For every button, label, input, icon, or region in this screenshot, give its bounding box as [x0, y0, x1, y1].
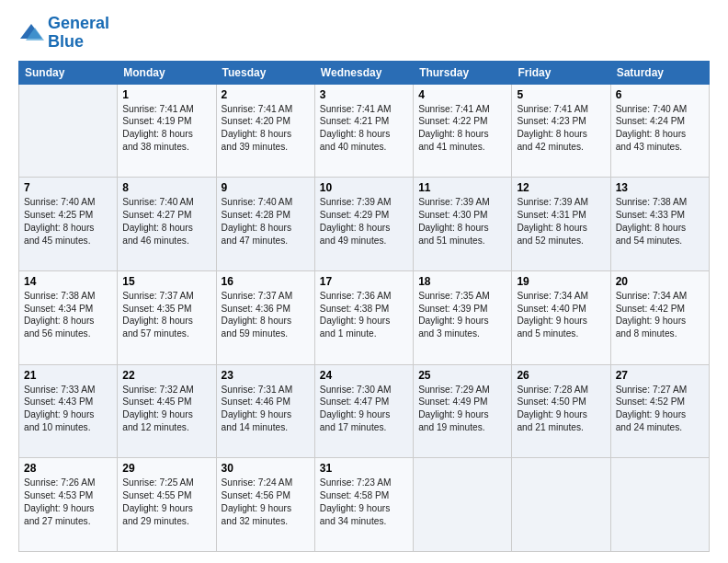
day-number: 7 — [24, 181, 112, 194]
day-info: Sunrise: 7:39 AMSunset: 4:29 PMDaylight:… — [320, 196, 408, 247]
day-info: Sunrise: 7:36 AMSunset: 4:38 PMDaylight:… — [320, 290, 408, 340]
calendar-cell: 14Sunrise: 7:38 AMSunset: 4:34 PMDayligh… — [19, 270, 118, 364]
day-info: Sunrise: 7:33 AMSunset: 4:43 PMDaylight:… — [24, 384, 112, 434]
calendar-cell: 25Sunrise: 7:29 AMSunset: 4:49 PMDayligh… — [414, 364, 512, 458]
calendar-cell: 29Sunrise: 7:25 AMSunset: 4:55 PMDayligh… — [118, 458, 216, 552]
day-number: 10 — [320, 181, 408, 194]
day-info: Sunrise: 7:41 AMSunset: 4:22 PMDaylight:… — [418, 103, 506, 154]
calendar-cell: 19Sunrise: 7:34 AMSunset: 4:40 PMDayligh… — [512, 270, 610, 364]
day-info: Sunrise: 7:30 AMSunset: 4:47 PMDaylight:… — [320, 384, 408, 434]
day-info: Sunrise: 7:39 AMSunset: 4:30 PMDaylight:… — [418, 196, 506, 247]
logo-icon — [18, 20, 44, 46]
weekday-header-friday: Friday — [512, 61, 610, 84]
day-number: 13 — [616, 181, 704, 194]
calendar-cell: 18Sunrise: 7:35 AMSunset: 4:39 PMDayligh… — [414, 270, 512, 364]
day-info: Sunrise: 7:40 AMSunset: 4:27 PMDaylight:… — [122, 196, 210, 247]
calendar-cell: 10Sunrise: 7:39 AMSunset: 4:29 PMDayligh… — [314, 178, 413, 271]
calendar-cell: 13Sunrise: 7:38 AMSunset: 4:33 PMDayligh… — [610, 178, 709, 271]
calendar-cell: 31Sunrise: 7:23 AMSunset: 4:58 PMDayligh… — [314, 458, 413, 552]
day-info: Sunrise: 7:27 AMSunset: 4:52 PMDaylight:… — [616, 384, 704, 434]
day-number: 12 — [517, 181, 605, 194]
calendar-cell: 12Sunrise: 7:39 AMSunset: 4:31 PMDayligh… — [512, 178, 610, 271]
day-info: Sunrise: 7:24 AMSunset: 4:56 PMDaylight:… — [222, 477, 310, 527]
day-number: 1 — [122, 88, 210, 101]
day-number: 18 — [418, 275, 506, 288]
day-info: Sunrise: 7:37 AMSunset: 4:35 PMDaylight:… — [122, 290, 210, 340]
day-info: Sunrise: 7:37 AMSunset: 4:36 PMDaylight:… — [222, 290, 310, 340]
day-number: 25 — [418, 369, 506, 382]
calendar-cell: 5Sunrise: 7:41 AMSunset: 4:23 PMDaylight… — [512, 84, 610, 178]
day-info: Sunrise: 7:29 AMSunset: 4:49 PMDaylight:… — [418, 384, 506, 434]
day-info: Sunrise: 7:31 AMSunset: 4:46 PMDaylight:… — [222, 384, 310, 434]
week-row-3: 14Sunrise: 7:38 AMSunset: 4:34 PMDayligh… — [19, 270, 710, 364]
day-number: 11 — [418, 181, 506, 194]
calendar-cell: 11Sunrise: 7:39 AMSunset: 4:30 PMDayligh… — [414, 178, 512, 271]
header: General Blue — [18, 15, 710, 52]
day-info: Sunrise: 7:41 AMSunset: 4:21 PMDaylight:… — [320, 103, 408, 154]
day-number: 3 — [320, 88, 408, 101]
day-info: Sunrise: 7:39 AMSunset: 4:31 PMDaylight:… — [517, 196, 605, 247]
week-row-4: 21Sunrise: 7:33 AMSunset: 4:43 PMDayligh… — [19, 364, 710, 458]
calendar-cell: 26Sunrise: 7:28 AMSunset: 4:50 PMDayligh… — [512, 364, 610, 458]
calendar-cell: 15Sunrise: 7:37 AMSunset: 4:35 PMDayligh… — [118, 270, 216, 364]
calendar-cell: 27Sunrise: 7:27 AMSunset: 4:52 PMDayligh… — [610, 364, 709, 458]
page: General Blue SundayMondayTuesdayWednesda… — [0, 0, 728, 563]
day-number: 28 — [24, 462, 112, 475]
day-number: 27 — [616, 369, 704, 382]
day-info: Sunrise: 7:35 AMSunset: 4:39 PMDaylight:… — [418, 290, 506, 340]
weekday-header-thursday: Thursday — [414, 61, 512, 84]
calendar-cell — [19, 84, 118, 178]
day-number: 22 — [122, 369, 210, 382]
calendar-cell: 3Sunrise: 7:41 AMSunset: 4:21 PMDaylight… — [314, 84, 413, 178]
calendar-cell — [414, 458, 512, 552]
weekday-header-monday: Monday — [118, 61, 216, 84]
calendar-cell: 30Sunrise: 7:24 AMSunset: 4:56 PMDayligh… — [216, 458, 314, 552]
day-number: 21 — [24, 369, 112, 382]
day-info: Sunrise: 7:23 AMSunset: 4:58 PMDaylight:… — [320, 477, 408, 527]
calendar-cell: 9Sunrise: 7:40 AMSunset: 4:28 PMDaylight… — [216, 178, 314, 271]
logo: General Blue — [18, 15, 109, 52]
weekday-header-saturday: Saturday — [610, 61, 709, 84]
week-row-2: 7Sunrise: 7:40 AMSunset: 4:25 PMDaylight… — [19, 178, 710, 271]
logo-text: General Blue — [48, 15, 109, 52]
weekday-header-tuesday: Tuesday — [216, 61, 314, 84]
calendar-cell: 24Sunrise: 7:30 AMSunset: 4:47 PMDayligh… — [314, 364, 413, 458]
day-info: Sunrise: 7:32 AMSunset: 4:45 PMDaylight:… — [122, 384, 210, 434]
day-number: 30 — [222, 462, 310, 475]
day-number: 20 — [616, 275, 704, 288]
day-info: Sunrise: 7:34 AMSunset: 4:42 PMDaylight:… — [616, 290, 704, 340]
calendar-cell — [610, 458, 709, 552]
day-info: Sunrise: 7:40 AMSunset: 4:25 PMDaylight:… — [24, 196, 112, 247]
calendar-cell: 22Sunrise: 7:32 AMSunset: 4:45 PMDayligh… — [118, 364, 216, 458]
calendar-cell: 4Sunrise: 7:41 AMSunset: 4:22 PMDaylight… — [414, 84, 512, 178]
day-number: 17 — [320, 275, 408, 288]
weekday-header-wednesday: Wednesday — [314, 61, 413, 84]
day-number: 8 — [122, 181, 210, 194]
day-info: Sunrise: 7:26 AMSunset: 4:53 PMDaylight:… — [24, 477, 112, 527]
day-info: Sunrise: 7:40 AMSunset: 4:28 PMDaylight:… — [222, 196, 310, 247]
calendar-cell: 6Sunrise: 7:40 AMSunset: 4:24 PMDaylight… — [610, 84, 709, 178]
calendar-cell: 20Sunrise: 7:34 AMSunset: 4:42 PMDayligh… — [610, 270, 709, 364]
day-info: Sunrise: 7:41 AMSunset: 4:20 PMDaylight:… — [222, 103, 310, 154]
day-number: 23 — [222, 369, 310, 382]
day-info: Sunrise: 7:41 AMSunset: 4:23 PMDaylight:… — [517, 103, 605, 154]
calendar-cell — [512, 458, 610, 552]
day-number: 19 — [517, 275, 605, 288]
day-number: 16 — [222, 275, 310, 288]
day-number: 4 — [418, 88, 506, 101]
weekday-header-row: SundayMondayTuesdayWednesdayThursdayFrid… — [19, 61, 710, 84]
day-info: Sunrise: 7:38 AMSunset: 4:33 PMDaylight:… — [616, 196, 704, 247]
day-number: 14 — [24, 275, 112, 288]
day-info: Sunrise: 7:40 AMSunset: 4:24 PMDaylight:… — [616, 103, 704, 154]
day-info: Sunrise: 7:25 AMSunset: 4:55 PMDaylight:… — [122, 477, 210, 527]
weekday-header-sunday: Sunday — [19, 61, 118, 84]
day-number: 26 — [517, 369, 605, 382]
day-info: Sunrise: 7:28 AMSunset: 4:50 PMDaylight:… — [517, 384, 605, 434]
day-info: Sunrise: 7:34 AMSunset: 4:40 PMDaylight:… — [517, 290, 605, 340]
week-row-1: 1Sunrise: 7:41 AMSunset: 4:19 PMDaylight… — [19, 84, 710, 178]
calendar-cell: 21Sunrise: 7:33 AMSunset: 4:43 PMDayligh… — [19, 364, 118, 458]
calendar-cell: 2Sunrise: 7:41 AMSunset: 4:20 PMDaylight… — [216, 84, 314, 178]
week-row-5: 28Sunrise: 7:26 AMSunset: 4:53 PMDayligh… — [19, 458, 710, 552]
day-number: 29 — [122, 462, 210, 475]
calendar-cell: 1Sunrise: 7:41 AMSunset: 4:19 PMDaylight… — [118, 84, 216, 178]
